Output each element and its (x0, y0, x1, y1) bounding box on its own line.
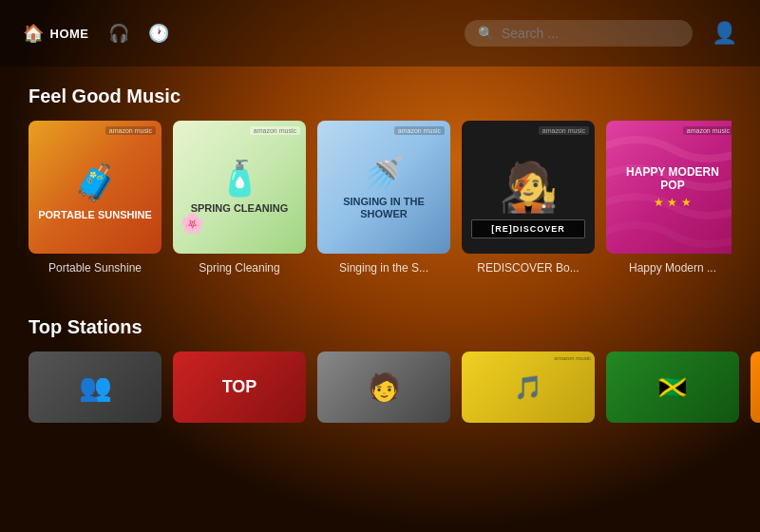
station-card-4[interactable]: amazon music 🎵 (462, 352, 595, 423)
amazon-logo-rediscover: amazon music (539, 126, 589, 135)
search-icon: 🔍 (478, 26, 494, 41)
card-spring-cleaning[interactable]: amazon music 🌸 🧴 SPRING CLEANING Spring … (173, 121, 306, 275)
top-stations-section: Top Stations 👥 TOP 🧑 amazon music 🎵 🇯🇲 🦊 (0, 297, 760, 423)
card-shower-image: amazon music 🚿 SINGING IN THE SHOWER (317, 121, 450, 254)
station-4-music-icon: 🎵 (514, 374, 542, 401)
card-portable-sunshine[interactable]: amazon music 🧳 PORTABLE SUNSHINE Portabl… (28, 121, 162, 275)
station-card-6-partial[interactable]: 🦊 (750, 352, 760, 423)
rediscover-badge: [RE]DISCOVER (471, 219, 585, 238)
rediscover-label: REDISCOVER Bo... (462, 261, 595, 275)
card-rediscover[interactable]: amazon music 🧑‍🎤 [RE]DISCOVER REDISCOVER… (462, 121, 595, 275)
portable-inner-title: PORTABLE SUNSHINE (30, 209, 160, 221)
shower-inner-title: SINGING IN THE SHOWER (317, 196, 450, 220)
portable-label: Portable Sunshine (28, 261, 162, 275)
stars-decoration: ★ ★ ★ (654, 196, 692, 209)
nav-left-items: 🏠 HOME 🎧 🕐 (23, 23, 170, 44)
clock-icon: 🕐 (148, 23, 170, 44)
station-3-person-icon: 🧑 (368, 371, 401, 403)
search-input[interactable] (502, 26, 679, 41)
nav-right-items: 🔍 👤 (465, 20, 737, 47)
rediscover-person-icon: 🧑‍🎤 (499, 160, 558, 215)
amazon-logo-station4: amazon music (554, 355, 591, 361)
top-navigation: 🏠 HOME 🎧 🕐 🔍 👤 (0, 0, 760, 66)
amazon-logo-spring: amazon music (250, 126, 300, 135)
amazon-logo-shower: amazon music (394, 126, 445, 135)
station-card-2[interactable]: TOP (173, 352, 306, 423)
station-card-1[interactable]: 👥 (28, 352, 162, 423)
card-pop-image: amazon music HAPPY MODERN POP ★ ★ ★ (606, 121, 732, 254)
user-icon[interactable]: 👤 (712, 21, 737, 46)
card-rediscover-image: amazon music 🧑‍🎤 [RE]DISCOVER (462, 121, 595, 254)
station-2-top-label: TOP (222, 377, 257, 397)
search-bar[interactable]: 🔍 (465, 20, 693, 47)
main-content: 🏠 HOME 🎧 🕐 🔍 👤 Feel Good Music (0, 0, 760, 532)
suitcase-icon: 🧳 (73, 162, 118, 203)
card-portable-image: amazon music 🧳 PORTABLE SUNSHINE (28, 121, 162, 254)
station-card-5[interactable]: 🇯🇲 (606, 352, 739, 423)
nav-recent[interactable]: 🕐 (148, 23, 170, 44)
flower-icon: 🌸 (180, 212, 204, 235)
home-label: HOME (50, 27, 89, 41)
feel-good-section: Feel Good Music amazon music 🧳 PORTABLE … (0, 66, 760, 275)
card-spring-image: amazon music 🌸 🧴 SPRING CLEANING (173, 121, 306, 254)
feel-good-title: Feel Good Music (28, 86, 732, 107)
spring-label: Spring Cleaning (173, 261, 306, 275)
card-happy-pop[interactable]: amazon music HAPPY MODERN POP ★ ★ ★ Happ… (606, 121, 732, 275)
home-icon: 🏠 (23, 23, 45, 44)
jamaica-flag-icon: 🇯🇲 (658, 374, 687, 401)
shower-label: Singing in the S... (317, 261, 450, 275)
station-1-faces-icon: 👥 (79, 371, 112, 403)
stations-row: 👥 TOP 🧑 amazon music 🎵 🇯🇲 🦊 (28, 352, 732, 423)
pop-inner-title: HAPPY MODERN POP (606, 165, 732, 193)
pop-label: Happy Modern ... (606, 261, 732, 275)
shower-icon: 🚿 (364, 154, 404, 192)
card-shower[interactable]: amazon music 🚿 SINGING IN THE SHOWER Sin… (317, 121, 450, 275)
spray-icon: 🧴 (218, 159, 261, 199)
nav-headphones[interactable]: 🎧 (108, 23, 130, 44)
station-card-3[interactable]: 🧑 (317, 352, 450, 423)
feel-good-cards-row: amazon music 🧳 PORTABLE SUNSHINE Portabl… (28, 121, 732, 275)
nav-home[interactable]: 🏠 HOME (23, 23, 89, 44)
top-stations-title: Top Stations (28, 316, 732, 338)
headphones-icon: 🎧 (108, 23, 130, 44)
amazon-logo-portable: amazon music (105, 126, 156, 135)
